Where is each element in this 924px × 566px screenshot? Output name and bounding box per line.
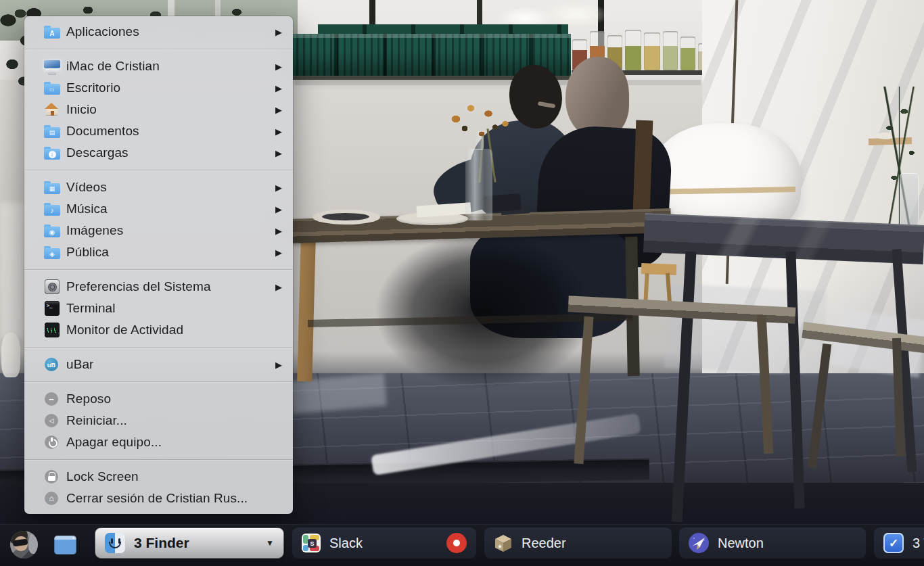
menu-item-monitor-de-actividad[interactable]: Monitor de Actividad — [24, 319, 293, 341]
menu-separator — [24, 347, 293, 348]
folder-public-icon — [43, 245, 61, 260]
lock-icon — [43, 469, 61, 484]
app-folder-icon — [43, 24, 61, 39]
terminal-icon — [43, 301, 61, 316]
submenu-arrow-icon: ▶ — [275, 105, 282, 115]
menu-item-label: Reposo — [66, 392, 111, 406]
menu-item-imac-de-cristian[interactable]: iMac de Cristian▶ — [24, 55, 293, 77]
menu-item-label: Música — [66, 202, 108, 216]
imac-icon — [43, 59, 61, 74]
submenu-arrow-icon: ▶ — [275, 83, 282, 93]
menu-item-label: Apagar equipo... — [66, 435, 162, 450]
menu-item-label: Monitor de Actividad — [66, 323, 183, 337]
taskbar-app-label: Reeder — [522, 536, 566, 551]
taskbar-app-slack[interactable]: SSlack — [292, 527, 476, 559]
menu-item-terminal[interactable]: Terminal — [24, 298, 293, 319]
taskbar-app-newton[interactable]: Newton — [679, 527, 866, 559]
folder-music-icon — [43, 202, 61, 216]
avatar-photo — [28, 534, 38, 554]
menu-item-label: Documentos — [66, 124, 139, 139]
menu-item-label: Descargas — [66, 145, 129, 160]
menu-item-inicio[interactable]: Inicio▶ — [24, 99, 293, 120]
notification-badge — [446, 533, 467, 553]
menu-item-publica[interactable]: Pública▶ — [24, 241, 293, 263]
menu-item-videos[interactable]: Vídeos▶ — [24, 176, 293, 198]
power-icon — [43, 435, 61, 450]
menu-item-label: Pública — [66, 245, 109, 260]
submenu-arrow-icon: ▶ — [275, 183, 282, 193]
dropdown-caret-icon: ▼ — [266, 538, 274, 548]
menu-item-escritorio[interactable]: Escritorio▶ — [24, 77, 293, 99]
activity-icon — [43, 323, 61, 337]
taskbar-app-label: 3 Finder — [134, 535, 189, 551]
menu-item-lock-screen[interactable]: Lock Screen — [24, 466, 293, 488]
menu-item-documentos[interactable]: Documentos▶ — [24, 120, 293, 142]
home-icon — [43, 102, 61, 117]
taskbar-app-reeder[interactable]: ★Reeder — [484, 527, 672, 559]
menu-item-label: Escritorio — [66, 80, 120, 95]
menu-item-aplicaciones[interactable]: Aplicaciones▶ — [24, 21, 293, 43]
menu-item-apagar-equipo[interactable]: Apagar equipo... — [24, 431, 293, 453]
menu-item-label: Aplicaciones — [66, 24, 139, 39]
menu-separator — [24, 170, 293, 170]
newton-app-icon — [689, 533, 709, 553]
folder-image-icon — [43, 223, 61, 238]
menu-item-label: iMac de Cristian — [66, 59, 160, 74]
dried-flowers — [441, 87, 532, 162]
menu-item-label: Preferencias del Sistema — [66, 279, 211, 294]
context-menu: Aplicaciones▶iMac de Cristian▶Escritorio… — [24, 16, 293, 514]
folder-video-icon — [43, 180, 61, 195]
desktop-window-icon[interactable] — [54, 536, 76, 555]
menu-separator — [24, 381, 293, 382]
taskbar-app-label: Slack — [329, 536, 363, 551]
menu-item-label: Lock Screen — [66, 469, 139, 484]
menu-item-preferencias-del-sistema[interactable]: Preferencias del Sistema▶ — [24, 276, 293, 298]
slack-app-icon: S — [302, 534, 321, 552]
left-vase — [1, 333, 20, 377]
submenu-arrow-icon: ▶ — [275, 360, 282, 370]
reeder-app-icon: ★ — [494, 534, 513, 552]
menu-item-descargas[interactable]: Descargas▶ — [24, 142, 293, 164]
woman-hair — [565, 57, 629, 138]
menu-item-reposo[interactable]: Reposo — [24, 388, 293, 410]
taskbar-app-label: 3 T — [913, 536, 924, 551]
submenu-arrow-icon: ▶ — [275, 126, 282, 137]
menu-item-label: Cerrar sesión de Cristian Rus... — [66, 491, 248, 506]
menu-item-imagenes[interactable]: Imágenes▶ — [24, 220, 293, 241]
menu-separator — [24, 49, 293, 49]
taskbar-app-3-t[interactable]: ✓3 T — [874, 527, 924, 559]
menu-item-label: Imágenes — [66, 223, 123, 238]
restart-icon — [43, 413, 61, 428]
plate — [313, 210, 380, 225]
submenu-arrow-icon: ▶ — [275, 27, 282, 37]
svg-text:★: ★ — [497, 543, 503, 550]
folder-icon — [43, 80, 61, 95]
ubar-icon — [43, 357, 61, 372]
menu-item-ubar[interactable]: uBar▶ — [24, 354, 293, 375]
chair-back — [633, 120, 653, 212]
menu-item-label: Inicio — [66, 102, 97, 117]
submenu-arrow-icon: ▶ — [275, 226, 282, 236]
menu-item-label: Terminal — [66, 301, 116, 316]
menu-item-cerrar-sesion-de-cristian-rus[interactable]: Cerrar sesión de Cristian Rus... — [24, 488, 293, 509]
under-table-shadow — [375, 233, 592, 389]
user-avatar[interactable] — [10, 531, 38, 559]
submenu-arrow-icon: ▶ — [275, 282, 282, 292]
menu-item-reiniciar[interactable]: Reiniciar... — [24, 410, 293, 431]
table-leg — [297, 238, 316, 382]
menu-separator — [24, 269, 293, 270]
menu-item-musica[interactable]: Música▶ — [24, 198, 293, 220]
submenu-arrow-icon: ▶ — [275, 247, 282, 258]
folder-doc-icon — [43, 124, 61, 139]
things-app-icon: ✓ — [883, 533, 904, 553]
submenu-arrow-icon: ▶ — [275, 148, 282, 158]
screen: Aplicaciones▶iMac de Cristian▶Escritorio… — [0, 0, 924, 566]
menu-item-label: Vídeos — [66, 180, 107, 195]
taskbar-app-3-finder[interactable]: 3 Finder▼ — [95, 527, 284, 559]
sleep-icon — [43, 392, 61, 406]
menu-item-label: Reiniciar... — [66, 413, 127, 428]
folder-download-icon — [43, 145, 61, 160]
submenu-arrow-icon: ▶ — [275, 62, 282, 72]
finder-app-icon — [105, 533, 125, 553]
logout-icon — [43, 491, 61, 506]
